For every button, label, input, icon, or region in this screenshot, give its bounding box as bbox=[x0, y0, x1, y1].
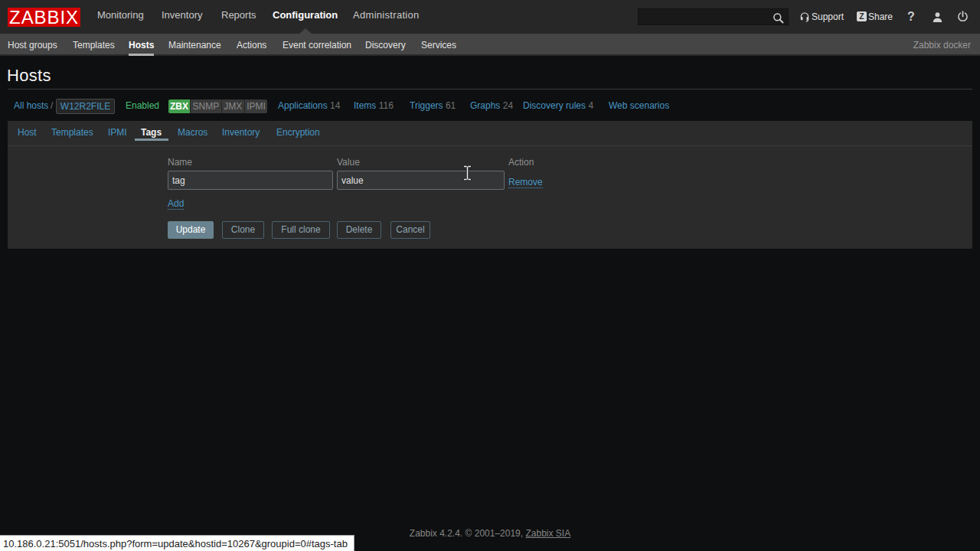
svg-text:Z: Z bbox=[859, 11, 864, 21]
